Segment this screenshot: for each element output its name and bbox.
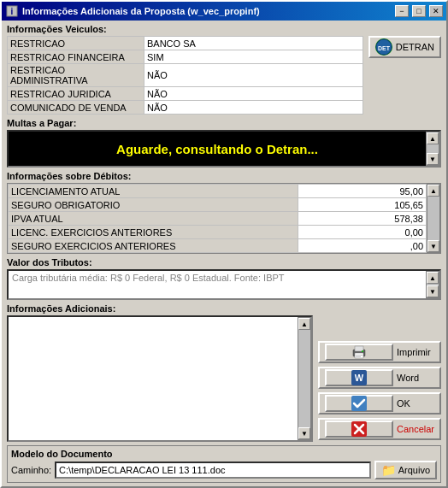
detran-panel: DET DETRAN [368,24,441,115]
folder-icon: 📁 [381,463,396,477]
debitos-section: Informações sobre Débitos: LICENCIAMENTO… [7,171,441,254]
table-row: SEGURO OBRIGATORIO 105,65 [9,198,427,212]
table-row: LICENCIAMENTO ATUAL 95,00 [9,185,427,198]
printer-icon [325,344,393,361]
row-value: NÃO [144,87,363,101]
tributos-label: Valor dos Tributos: [7,257,441,268]
svg-text:W: W [355,373,364,383]
table-row: RESTRICAO JURIDICA NÃO [8,87,363,101]
close-button[interactable]: ✕ [429,5,443,17]
modelo-title: Modelo do Documento [11,449,437,459]
modelo-section: Modelo do Documento Caminho: C:\temp\DEC… [7,445,441,483]
adicionais-section: Informações Adicionais: ▲ ▼ [7,303,313,442]
scroll-up-button[interactable]: ▲ [427,132,439,144]
title-bar: i Informações Adicionais da Proposta (w_… [2,2,446,21]
row-label: RESTRICAO FINANCEIRA [8,50,144,64]
row-label: RESTRICAO [8,37,144,50]
scroll-track [427,144,439,153]
row-value: NÃO [144,101,363,115]
row-value: BANCO SA [144,37,363,50]
adicionais-input[interactable] [9,317,298,440]
maximize-button[interactable]: □ [412,5,426,17]
scroll-track [427,197,439,240]
row-label: SEGURO OBRIGATORIO [9,198,298,212]
imprimir-label: Imprimir [397,347,431,357]
imprimir-button[interactable]: Imprimir [318,341,441,363]
tributos-section: Valor dos Tributos: Carga tributária méd… [7,257,441,300]
multas-label: Multas a Pagar: [7,118,441,128]
adicionais-row: Informações Adicionais: ▲ ▼ [7,303,441,442]
table-row: LICENC. EXERCICIOS ANTERIORES 0,00 [9,226,427,239]
modelo-row: Caminho: C:\temp\DECLARACAO LEI 13 111.d… [11,461,437,479]
scroll-down-button[interactable]: ▼ [298,427,310,439]
svg-text:i: i [11,7,14,16]
row-value: SIM [144,50,363,64]
scroll-down-button[interactable]: ▼ [427,153,439,165]
scroll-track [298,330,310,427]
row-label: LICENC. EXERCICIOS ANTERIORES [9,226,298,239]
scroll-down-button[interactable]: ▼ [427,240,439,252]
aguarde-box: Aguarde, consultando o Detran... [9,132,426,166]
word-icon: W [325,369,393,386]
scroll-up-button[interactable]: ▲ [427,272,439,284]
ok-icon [325,395,393,412]
debitos-scrollbar[interactable]: ▲ ▼ [427,184,440,253]
minimize-button[interactable]: − [395,5,409,17]
row-value: 105,65 [298,198,426,212]
row-value: 0,00 [298,226,426,239]
cancelar-button[interactable]: Cancelar [318,418,441,440]
arquivo-label: Arquivo [398,465,430,475]
scroll-down-button[interactable]: ▼ [427,285,439,297]
table-row: COMUNICADO DE VENDA NÃO [8,101,363,115]
detran-label: DETRAN [396,42,434,52]
word-label: Word [397,373,419,383]
row-label: RESTRICAO ADMINISTRATIVA [8,64,144,87]
ok-label: OK [397,398,410,409]
multas-section: Multas a Pagar: Aguarde, consultando o D… [7,118,441,168]
row-label: RESTRICAO JURIDICA [8,87,144,101]
scroll-up-button[interactable]: ▲ [298,318,310,330]
window-title: Informações Adicionais da Proposta (w_ve… [22,6,392,16]
caminho-value: C:\temp\DECLARACAO LEI 13 111.doc [55,462,371,479]
row-value: 578,38 [298,212,426,226]
adicionais-scrollbar[interactable]: ▲ ▼ [298,317,311,440]
table-row: RESTRICAO ADMINISTRATIVA NÃO [8,64,363,87]
table-row: RESTRICAO BANCO SA [8,37,363,50]
table-row: RESTRICAO FINANCEIRA SIM [8,50,363,64]
veiculos-table: RESTRICAO BANCO SA RESTRICAO FINANCEIRA … [7,36,363,115]
aguarde-text: Aguarde, consultando o Detran... [109,138,325,160]
caminho-label: Caminho: [11,465,51,475]
scroll-up-button[interactable]: ▲ [427,185,439,197]
word-button[interactable]: W Word [318,367,441,389]
main-window: i Informações Adicionais da Proposta (w_… [0,0,448,488]
row-value: NÃO [144,64,363,87]
arquivo-button[interactable]: 📁 Arquivo [374,461,437,479]
row-label: LICENCIAMENTO ATUAL [9,185,298,198]
table-row: SEGURO EXERCICIOS ANTERIORES ,00 [9,239,427,253]
window-icon: i [5,4,19,18]
svg-point-9 [362,350,363,352]
action-buttons: Imprimir W Word [318,303,441,442]
row-label: SEGURO EXERCICIOS ANTERIORES [9,239,298,253]
adicionais-label: Informações Adicionais: [7,303,313,314]
row-label: COMUNICADO DE VENDA [8,101,144,115]
cancelar-label: Cancelar [397,424,434,434]
svg-rect-5 [355,346,363,351]
tributos-scrollbar[interactable]: ▲ ▼ [426,271,439,298]
content-area: Informações Veiculos: RESTRICAO BANCO SA… [2,21,446,486]
row-label: IPVA ATUAL [9,212,298,226]
table-row: IPVA ATUAL 578,38 [9,212,427,226]
tributos-text: Carga tributária média: R$ 0 Federal, R$… [9,271,426,298]
detran-icon: DET [375,38,392,56]
svg-rect-7 [356,355,363,356]
detran-button[interactable]: DET DETRAN [368,36,441,58]
row-value: ,00 [298,239,426,253]
svg-text:DET: DET [378,45,391,51]
cancel-icon [325,420,393,438]
debitos-table: LICENCIAMENTO ATUAL 95,00 SEGURO OBRIGAT… [8,184,427,253]
multas-scrollbar[interactable]: ▲ ▼ [426,132,439,166]
veiculos-label: Informações Veiculos: [7,24,363,34]
veiculos-section: Informações Veiculos: RESTRICAO BANCO SA… [7,24,363,115]
svg-rect-8 [356,356,361,357]
ok-button[interactable]: OK [318,392,441,415]
